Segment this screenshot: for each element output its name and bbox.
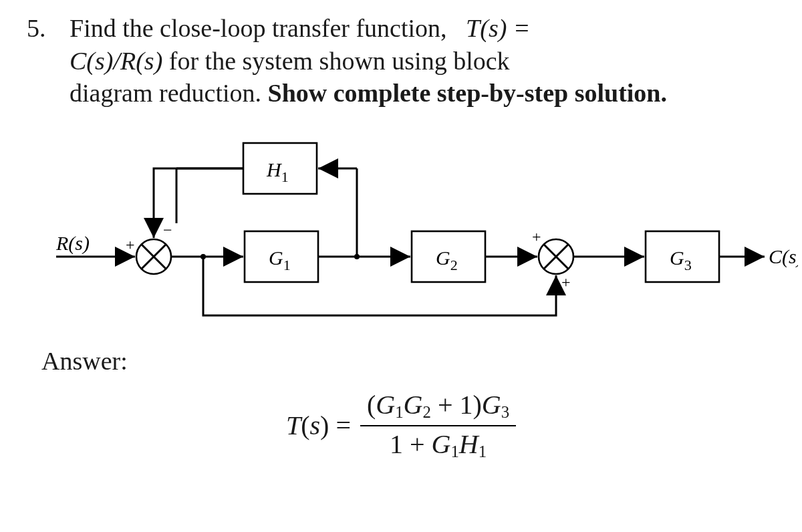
question-number: 5.	[27, 12, 70, 43]
q-text-2: for the system shown using block	[169, 47, 510, 75]
q-cr: C(s)/R(s)	[70, 47, 162, 75]
q-text-3: diagram reduction.	[70, 79, 268, 107]
question-row: 5. Find the close-loop transfer function…	[27, 12, 775, 110]
q-text-1: Find the close-loop transfer function,	[70, 14, 447, 42]
fraction-bar	[360, 425, 516, 426]
label-C: C(s)	[769, 245, 798, 268]
formula-lhs: T	[286, 410, 301, 440]
q-bold: Show complete step-by-step solution.	[268, 79, 667, 107]
page: 5. Find the close-loop transfer function…	[0, 0, 802, 462]
pickoff-node-2	[354, 254, 360, 259]
sum2-plus-bottom: +	[561, 273, 571, 291]
answer-label: Answer:	[41, 346, 775, 376]
answer-formula: T(s) = (G1G2 + 1)G3 1 + G1H1	[27, 389, 775, 462]
formula-numerator: (G1G2 + 1)G3	[360, 389, 516, 423]
sum1-plus: +	[126, 236, 135, 253]
diagram-svg: R(s) + − H1 G1	[56, 136, 798, 337]
q-ts: T(s) =	[466, 14, 530, 42]
sum1-minus: −	[163, 221, 172, 239]
sum2-plus-left: +	[532, 228, 541, 245]
formula-denominator: 1 + G1H1	[383, 428, 493, 462]
block-diagram: R(s) + − H1 G1	[56, 136, 775, 337]
label-R: R(s)	[56, 232, 90, 255]
question-body: Find the close-loop transfer function, T…	[70, 12, 775, 110]
formula-fraction: (G1G2 + 1)G3 1 + G1H1	[360, 389, 516, 462]
